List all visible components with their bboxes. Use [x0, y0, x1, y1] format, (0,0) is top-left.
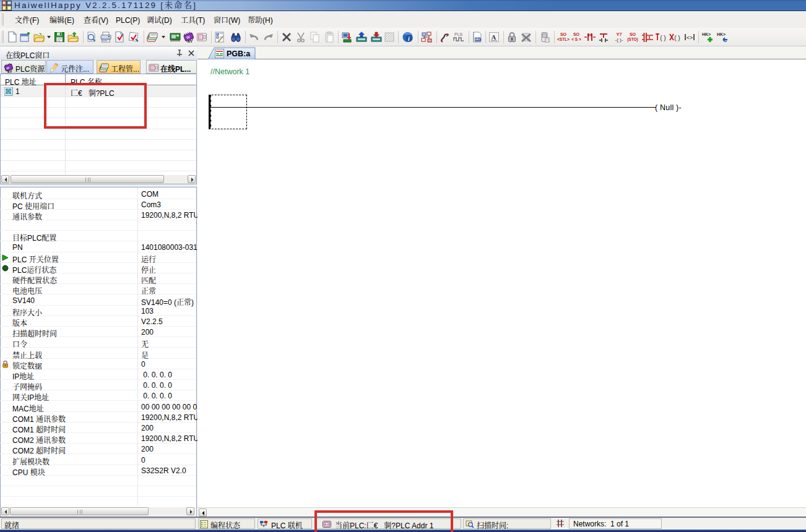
- svg-text:SO: SO: [560, 32, 567, 36]
- svg-text:PLS: PLS: [454, 32, 463, 36]
- svg-text:SO: SO: [573, 32, 580, 36]
- svg-text:A: A: [492, 33, 496, 41]
- svg-text:HK>: HK>: [717, 32, 726, 36]
- svg-text:123: 123: [475, 38, 481, 41]
- svg-text:SO: SO: [630, 32, 636, 36]
- svg-text:-( )-: -( )-: [615, 37, 623, 43]
- svg-text:H: H: [588, 33, 591, 37]
- svg-text:(STO): (STO): [627, 37, 638, 42]
- svg-text:XY: XY: [188, 40, 193, 43]
- svg-text:( ): ( ): [660, 35, 665, 41]
- svg-text:i: i: [408, 35, 410, 42]
- svg-text:HK>: HK>: [702, 32, 711, 36]
- svg-text:Y7: Y7: [616, 32, 622, 37]
- svg-text:< S >: < S >: [571, 37, 581, 41]
- svg-text:<STL>: <STL>: [557, 37, 570, 41]
- svg-text:<>: <>: [687, 35, 693, 41]
- svg-text:XY: XY: [7, 70, 12, 74]
- svg-text:( ): ( ): [674, 35, 680, 41]
